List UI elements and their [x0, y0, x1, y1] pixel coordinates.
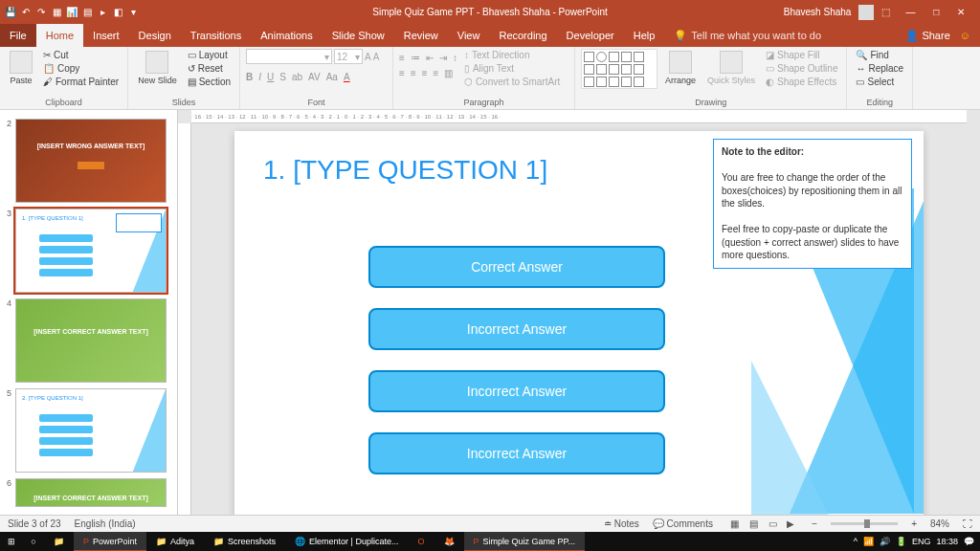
line-spacing-icon[interactable]: ↕ [453, 53, 457, 63]
question-title[interactable]: 1. [TYPE QUESTION 1] [263, 155, 547, 186]
choice-incorrect-2[interactable]: Incorrect Answer [368, 370, 665, 412]
thumbnail-slide-4[interactable]: [INSERT CORRECT ANSWER TEXT] [15, 298, 167, 383]
user-name[interactable]: Bhavesh Shaha [784, 7, 852, 17]
sorter-view-icon[interactable]: ▤ [746, 518, 762, 529]
columns-icon[interactable]: ▥ [444, 68, 453, 78]
thumbnail-slide-6[interactable]: [INSERT CORRECT ANSWER TEXT] [15, 478, 167, 507]
smartart-button[interactable]: ⬡ Convert to SmartArt [461, 76, 563, 88]
qat-more-icon[interactable]: ▾ [126, 6, 140, 19]
tray-wifi-icon[interactable]: 📶 [863, 537, 874, 546]
align-left-icon[interactable]: ≡ [399, 68, 405, 78]
tab-developer[interactable]: Developer [557, 24, 624, 47]
taskbar-search-icon[interactable]: ○ [23, 537, 44, 546]
taskbar-powerpoint[interactable]: PPowerPoint [74, 532, 146, 551]
choice-correct[interactable]: Correct Answer [368, 246, 665, 288]
tray-language[interactable]: ENG [912, 537, 931, 546]
tab-insert[interactable]: Insert [83, 24, 129, 47]
shadow-icon[interactable]: ab [292, 72, 302, 82]
minimize-button[interactable]: — [898, 7, 923, 17]
tab-review[interactable]: Review [394, 24, 448, 47]
slide-counter[interactable]: Slide 3 of 23 [8, 518, 61, 529]
quick-styles-button[interactable]: Quick Styles [703, 49, 759, 87]
redo-icon[interactable]: ↷ [34, 6, 48, 19]
arrange-button[interactable]: Arrange [661, 49, 700, 87]
shape-outline-button[interactable]: ▭ Shape Outline [763, 62, 840, 75]
taskbar-firefox[interactable]: 🦊 [434, 532, 464, 551]
taskbar-explorer[interactable]: 📁 [44, 532, 74, 551]
tab-recording[interactable]: Recording [489, 24, 556, 47]
font-family-select[interactable]: ▾ [246, 49, 332, 64]
font-size-select[interactable]: 12▾ [334, 49, 363, 64]
cut-button[interactable]: ✂ Cut [40, 49, 122, 61]
start-button[interactable]: ⊞ [0, 537, 23, 546]
tray-battery-icon[interactable]: 🔋 [896, 537, 906, 546]
tab-design[interactable]: Design [129, 24, 181, 47]
justify-icon[interactable]: ≡ [434, 68, 439, 78]
increase-font-icon[interactable]: A [365, 52, 371, 62]
zoom-out-button[interactable]: − [812, 518, 817, 529]
tab-help[interactable]: Help [624, 24, 665, 47]
slide-thumbnails[interactable]: 2 [INSERT WRONG ANSWER TEXT] 3 1. [TYPE … [0, 110, 178, 515]
slide-canvas[interactable]: 1. [TYPE QUESTION 1] Correct Answer Inco… [234, 131, 924, 515]
thumbnail-slide-2[interactable]: [INSERT WRONG ANSWER TEXT] [15, 119, 167, 203]
tell-me[interactable]: 💡 Tell me what you want to do [664, 24, 821, 47]
qat-icon[interactable]: 📊 [65, 6, 78, 19]
case-icon[interactable]: Aa [326, 72, 338, 82]
shape-fill-button[interactable]: ◪ Shape Fill [763, 49, 840, 61]
zoom-slider[interactable] [831, 522, 898, 525]
editor-note-box[interactable]: Note to the editor: You are free to chan… [713, 139, 912, 269]
italic-icon[interactable]: I [258, 72, 261, 82]
tab-transitions[interactable]: Transitions [181, 24, 251, 47]
font-color-icon[interactable]: A [344, 72, 350, 82]
tab-file[interactable]: File [0, 24, 36, 47]
align-text-button[interactable]: ▯ Align Text [461, 62, 563, 75]
select-button[interactable]: ▭ Select [853, 76, 906, 88]
notes-button[interactable]: ≐ Notes [604, 518, 639, 529]
tray-clock[interactable]: 18:38 [936, 537, 958, 546]
thumbnail-slide-5[interactable]: 2. [TYPE QUESTION 1] [15, 388, 167, 473]
reset-button[interactable]: ↺ Reset [185, 62, 234, 75]
format-painter-button[interactable]: 🖌 Format Painter [40, 76, 122, 88]
choice-incorrect-1[interactable]: Incorrect Answer [368, 308, 665, 350]
indent-dec-icon[interactable]: ⇤ [426, 53, 434, 63]
section-button[interactable]: ▤ Section [185, 76, 234, 88]
shape-effects-button[interactable]: ◐ Shape Effects [763, 76, 840, 88]
strike-icon[interactable]: S [279, 72, 286, 82]
zoom-in-button[interactable]: + [911, 518, 917, 529]
undo-icon[interactable]: ↶ [19, 6, 33, 19]
language-status[interactable]: English (India) [75, 518, 136, 529]
tray-chevron-icon[interactable]: ^ [854, 537, 858, 546]
shapes-gallery[interactable] [581, 49, 657, 89]
zoom-level[interactable]: 84% [930, 518, 949, 529]
maximize-button[interactable]: □ [925, 7, 947, 17]
qat-icon[interactable]: ▦ [50, 6, 63, 19]
qat-icon[interactable]: ▤ [80, 6, 94, 19]
tab-view[interactable]: View [448, 24, 490, 47]
avatar[interactable] [858, 5, 874, 20]
ribbon-display-icon[interactable]: ⬚ [881, 7, 890, 17]
save-icon[interactable]: 💾 [4, 6, 17, 19]
decrease-font-icon[interactable]: A [373, 52, 380, 62]
tab-slide-show[interactable]: Slide Show [323, 24, 394, 47]
taskbar-opera[interactable]: O [408, 532, 434, 551]
replace-button[interactable]: ↔ Replace [853, 62, 906, 75]
choice-incorrect-3[interactable]: Incorrect Answer [368, 432, 665, 474]
copy-button[interactable]: 📋 Copy [40, 62, 122, 75]
taskbar-screenshots[interactable]: 📁 Screenshots [204, 532, 285, 551]
indent-inc-icon[interactable]: ⇥ [439, 53, 447, 63]
align-center-icon[interactable]: ≡ [411, 68, 416, 78]
tray-notifications-icon[interactable]: 💬 [964, 537, 974, 546]
normal-view-icon[interactable]: ▦ [726, 518, 743, 529]
taskbar-chrome[interactable]: 🌐 Elementor | Duplicate... [285, 532, 408, 551]
share-button[interactable]: 👤 Share [905, 30, 949, 42]
smiley-icon[interactable]: ☺ [960, 30, 970, 41]
numbering-icon[interactable]: ≔ [411, 53, 420, 63]
qat-icon[interactable]: ◧ [111, 6, 124, 19]
qat-icon[interactable]: ▸ [96, 6, 109, 19]
taskbar-aditya[interactable]: 📁 Aditya [146, 532, 204, 551]
paste-button[interactable]: Paste [6, 49, 36, 87]
align-right-icon[interactable]: ≡ [422, 68, 428, 78]
thumbnail-slide-3[interactable]: 1. [TYPE QUESTION 1] [15, 209, 167, 293]
slideshow-view-icon[interactable]: ▶ [783, 518, 798, 529]
close-button[interactable]: ✕ [949, 7, 972, 17]
